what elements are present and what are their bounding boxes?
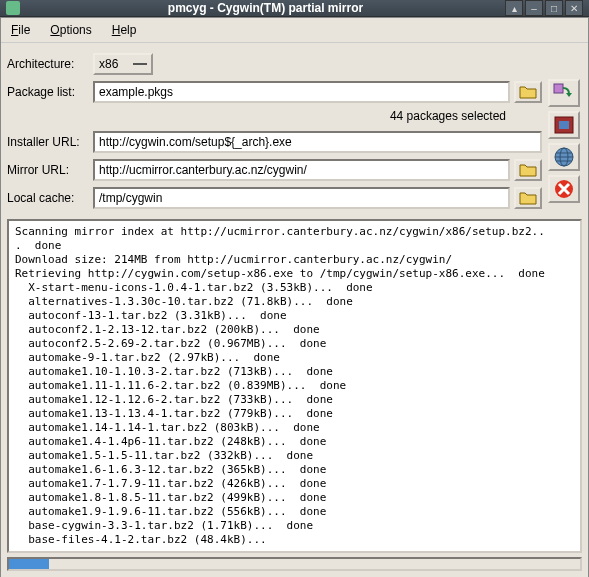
architecture-select[interactable]: x86	[93, 53, 153, 75]
menu-options[interactable]: Options	[46, 21, 95, 39]
local-cache-browse-button[interactable]	[514, 187, 542, 209]
minimize-button[interactable]: –	[525, 0, 543, 16]
local-cache-row: Local cache:	[7, 185, 542, 211]
local-cache-label: Local cache:	[7, 191, 89, 205]
mirror-url-input[interactable]	[93, 159, 510, 181]
form-area: Architecture: x86 Package list: 44 packa…	[1, 43, 588, 215]
progress-fill	[9, 559, 49, 569]
mirror-url-label: Mirror URL:	[7, 163, 89, 177]
progress-bar	[7, 557, 582, 571]
local-cache-input[interactable]	[93, 187, 510, 209]
build-icon	[553, 83, 575, 103]
package-list-label: Package list:	[7, 85, 89, 99]
window-title: pmcyg - Cygwin(TM) partial mirror	[26, 1, 505, 15]
download-button[interactable]	[548, 143, 580, 171]
package-list-row: Package list:	[7, 79, 542, 105]
installer-url-label: Installer URL:	[7, 135, 89, 149]
window-controls: ▴ – □ ✕	[505, 0, 583, 16]
svg-rect-2	[559, 121, 569, 129]
app-icon	[6, 1, 20, 15]
client-area: File Options Help Architecture: x86 Pack…	[0, 17, 589, 577]
output-log[interactable]: Scanning mirror index at http://ucmirror…	[7, 219, 582, 553]
cancel-icon	[553, 178, 575, 200]
stats-icon	[553, 115, 575, 135]
stats-button[interactable]	[548, 111, 580, 139]
folder-icon	[519, 191, 537, 205]
dropdown-icon	[133, 63, 147, 65]
folder-icon	[519, 85, 537, 99]
package-list-input[interactable]	[93, 81, 510, 103]
architecture-label: Architecture:	[7, 57, 89, 71]
globe-icon	[553, 146, 575, 168]
package-list-browse-button[interactable]	[514, 81, 542, 103]
menubar: File Options Help	[1, 18, 588, 43]
package-status: 44 packages selected	[7, 107, 542, 127]
installer-url-input[interactable]	[93, 131, 542, 153]
menu-file[interactable]: File	[7, 21, 34, 39]
mirror-url-row: Mirror URL:	[7, 157, 542, 183]
installer-url-row: Installer URL:	[7, 129, 542, 155]
rollup-button[interactable]: ▴	[505, 0, 523, 16]
svg-rect-0	[554, 84, 563, 93]
mirror-url-browse-button[interactable]	[514, 159, 542, 181]
main-window: pmcyg - Cygwin(TM) partial mirror ▴ – □ …	[0, 0, 589, 577]
folder-icon	[519, 163, 537, 177]
close-button[interactable]: ✕	[565, 0, 583, 16]
action-buttons	[546, 51, 582, 211]
build-button[interactable]	[548, 79, 580, 107]
maximize-button[interactable]: □	[545, 0, 563, 16]
cancel-button[interactable]	[548, 175, 580, 203]
titlebar: pmcyg - Cygwin(TM) partial mirror ▴ – □ …	[0, 0, 589, 17]
form-left: Architecture: x86 Package list: 44 packa…	[7, 51, 542, 211]
architecture-row: Architecture: x86	[7, 51, 542, 77]
architecture-value: x86	[99, 57, 118, 71]
menu-help[interactable]: Help	[108, 21, 141, 39]
